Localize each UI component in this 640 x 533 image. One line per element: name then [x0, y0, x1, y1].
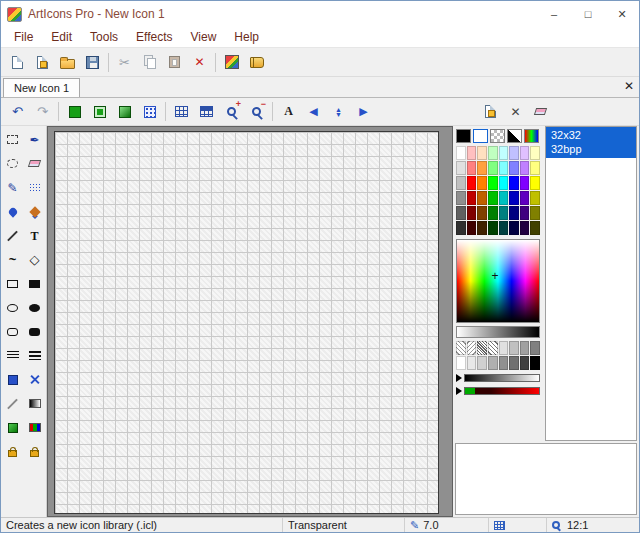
color-swatch[interactable] [509, 206, 519, 220]
grid-button[interactable] [169, 99, 194, 124]
format-item-32x32-32bpp[interactable]: 32x32 32bpp [546, 127, 636, 158]
color-swatch[interactable] [467, 146, 477, 160]
undo-button[interactable]: ↶ [5, 99, 30, 124]
color-swatch[interactable] [520, 176, 530, 190]
color-swatch[interactable] [530, 206, 540, 220]
save-button[interactable] [80, 50, 105, 75]
draw-translucent-button[interactable] [87, 99, 112, 124]
inverse-color-swatch[interactable] [507, 129, 522, 143]
pattern-swatch[interactable] [477, 356, 487, 370]
delete-button[interactable]: ✕ [187, 50, 212, 75]
shift-left-button[interactable]: ◀ [301, 99, 326, 124]
transparent-color-swatch[interactable] [490, 129, 505, 143]
color-swatch[interactable] [509, 176, 519, 190]
gray-slider[interactable] [456, 373, 540, 383]
pattern-swatch[interactable] [520, 341, 530, 355]
color-swatch[interactable] [467, 191, 477, 205]
color-swatch[interactable] [488, 161, 498, 175]
line-tool[interactable] [2, 224, 23, 247]
color-swatch[interactable] [499, 146, 509, 160]
pen-tool[interactable]: ✒ [24, 128, 45, 151]
menu-help[interactable]: Help [225, 30, 268, 44]
color-swatch[interactable] [488, 191, 498, 205]
tab-new-icon-1[interactable]: New Icon 1 [3, 78, 80, 97]
rounded-rectangle-tool[interactable] [2, 320, 23, 343]
delete-image-button[interactable]: ✕ [503, 99, 528, 124]
color-swatch[interactable] [520, 191, 530, 205]
fill-tool[interactable] [24, 200, 45, 223]
color-swatch[interactable] [467, 176, 477, 190]
draw-3d-button[interactable] [112, 99, 137, 124]
zoom-in-button[interactable]: + [219, 99, 244, 124]
test-button[interactable] [194, 99, 219, 124]
color-swatch[interactable] [456, 146, 466, 160]
shift-right-button[interactable]: ▶ [351, 99, 376, 124]
articons-button[interactable] [219, 50, 244, 75]
redo-button[interactable]: ↷ [30, 99, 55, 124]
color-swatch[interactable] [530, 191, 540, 205]
color-swatch[interactable] [520, 221, 530, 235]
foreground-color-swatch[interactable] [456, 129, 471, 143]
text-tool[interactable]: T [24, 224, 45, 247]
airbrush-tool[interactable] [24, 176, 45, 199]
help-button[interactable] [244, 50, 269, 75]
zoom-out-button[interactable]: − [244, 99, 269, 124]
lock-2-button[interactable] [24, 440, 45, 463]
rectangle-tool[interactable] [2, 272, 23, 295]
color-swatch[interactable] [499, 191, 509, 205]
filled-rectangle-tool[interactable] [24, 272, 45, 295]
select-rectangle-tool[interactable] [2, 128, 23, 151]
color-swatch[interactable] [456, 161, 466, 175]
menu-effects[interactable]: Effects [127, 30, 181, 44]
pattern-swatch[interactable] [467, 356, 477, 370]
pattern-swatch[interactable] [509, 356, 519, 370]
pattern-swatch[interactable] [477, 341, 487, 355]
luminance-bar[interactable] [456, 326, 540, 338]
pencil-tool[interactable]: ✎ [2, 176, 23, 199]
color-swatch[interactable] [499, 176, 509, 190]
paste-button[interactable] [162, 50, 187, 75]
pattern-swatch[interactable] [456, 341, 466, 355]
red-slider[interactable] [456, 386, 540, 396]
color-swatch[interactable] [477, 176, 487, 190]
pattern-swatch[interactable] [456, 356, 466, 370]
pattern-swatch[interactable] [499, 341, 509, 355]
color-swatch[interactable] [509, 191, 519, 205]
color-swatch[interactable] [477, 146, 487, 160]
color-swatch[interactable] [520, 161, 530, 175]
actual-size-button[interactable]: A [276, 99, 301, 124]
new-icon-button[interactable] [30, 50, 55, 75]
menu-tools[interactable]: Tools [81, 30, 127, 44]
cut-button[interactable]: ✂ [112, 50, 137, 75]
curve-tool[interactable]: ~ [2, 248, 23, 271]
new-image-button[interactable] [478, 99, 503, 124]
color-swatch[interactable] [467, 161, 477, 175]
color-swatch[interactable] [530, 146, 540, 160]
color-swatch[interactable] [477, 206, 487, 220]
solid-color-tool[interactable] [2, 368, 23, 391]
color-swatch[interactable] [456, 176, 466, 190]
color-swatch[interactable] [520, 146, 530, 160]
minimize-button[interactable]: – [537, 1, 571, 27]
menu-file[interactable]: File [5, 30, 42, 44]
color-swatch[interactable] [488, 206, 498, 220]
eraser-tool[interactable] [24, 152, 45, 175]
color-swatch[interactable] [477, 191, 487, 205]
draw-normal-button[interactable] [62, 99, 87, 124]
background-color-swatch[interactable] [473, 129, 488, 143]
color-swatch[interactable] [488, 176, 498, 190]
pattern-swatch[interactable] [467, 341, 477, 355]
color-swatch[interactable] [509, 146, 519, 160]
color-swatch[interactable] [477, 161, 487, 175]
lock-1-button[interactable] [2, 440, 23, 463]
open-button[interactable] [55, 50, 80, 75]
pattern-swatch[interactable] [488, 341, 498, 355]
dropper-tool[interactable] [2, 200, 23, 223]
rgb-channels-tool[interactable] [24, 416, 45, 439]
color-swatch[interactable] [467, 206, 477, 220]
pattern-swatch[interactable] [520, 356, 530, 370]
transform-tool[interactable] [24, 368, 45, 391]
color-swatch[interactable] [530, 161, 540, 175]
close-button[interactable]: ✕ [605, 1, 639, 27]
close-tab-icon[interactable]: ✕ [624, 80, 634, 92]
